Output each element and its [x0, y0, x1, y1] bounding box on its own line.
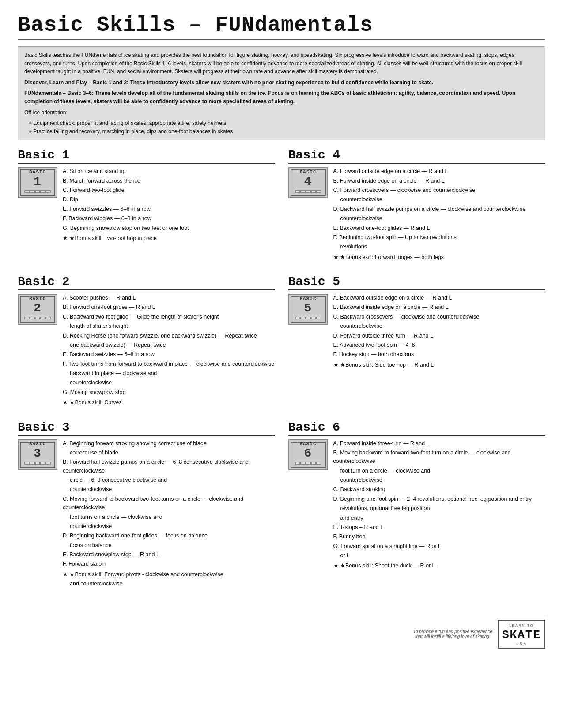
skill-item: revolutions — [333, 243, 546, 251]
skill-item: C. Moving forward to backward two-foot t… — [63, 495, 275, 512]
skills-grid: Basic 1 BASIC 1 A. Sit on ic — [18, 148, 545, 601]
skill-item: F. Forward slalom — [63, 560, 275, 568]
basic2-title: Basic 2 — [18, 275, 275, 290]
skill-item: or L — [333, 552, 546, 560]
basic5-skills: A. Backward outside edge on a circle — R… — [333, 294, 546, 370]
svg-rect-14 — [30, 317, 34, 319]
svg-rect-35 — [317, 462, 321, 464]
basic6-skills: A. Forward inside three-turn — R and L B… — [333, 439, 546, 571]
basic1-skills: A. Sit on ice and stand up B. March forw… — [63, 167, 275, 244]
svg-rect-15 — [36, 317, 39, 319]
svg-rect-25 — [25, 462, 29, 464]
off-ice-bullet-1: Equipment check: proper fit and lacing o… — [29, 119, 539, 128]
svg-rect-4 — [41, 191, 45, 192]
footer: To provide a fun and positive experience… — [18, 615, 545, 649]
section-basic6: Basic 6 BASIC 6 A. Forward i — [288, 420, 546, 589]
basic5-content: BASIC 5 A. Backward outside edge on a ci… — [288, 294, 546, 370]
skill-item: counterclockwise — [63, 379, 275, 387]
section-basic3: Basic 3 BASIC 3 A. Beginning — [18, 420, 275, 589]
skill-item: length of skater's height — [63, 322, 275, 330]
off-ice-label: Off-ice orientation: — [24, 109, 539, 117]
section-basic5: Basic 5 BASIC 5 A. Backward — [288, 275, 546, 408]
skill-item: A. Sit on ice and stand up — [63, 167, 275, 176]
basic4-content: BASIC 4 A. Forward outside edge on a cir… — [288, 167, 546, 263]
skill-item: circle — 6–8 consecutive clockwise and — [63, 476, 275, 484]
svg-rect-28 — [41, 462, 45, 464]
skill-item: B. Moving backward to forward two-foot t… — [333, 449, 546, 466]
skill-item: ★Bonus skill: Curves — [63, 398, 275, 407]
footer-tagline1: To provide a fun and positive experience — [413, 629, 492, 634]
skill-item: and entry — [333, 514, 546, 522]
skill-item: E. Backward swizzles — 6–8 in a row — [63, 350, 275, 359]
svg-rect-3 — [36, 191, 39, 192]
skill-item: D. Forward outside three-turn — R and L — [333, 332, 546, 340]
skill-item: D. Beginning one-foot spin — 2–4 revolut… — [333, 495, 546, 503]
svg-rect-8 — [301, 191, 305, 192]
svg-rect-13 — [25, 317, 29, 319]
svg-rect-9 — [306, 191, 310, 192]
svg-rect-22 — [312, 317, 315, 319]
skill-item: E. Backward snowplow stop — R and L — [63, 551, 275, 559]
svg-rect-10 — [312, 191, 315, 192]
skill-item: B. Forward inside edge on a circle — R a… — [333, 177, 546, 185]
svg-rect-5 — [46, 191, 50, 192]
skill-item: D. Dip — [63, 195, 275, 204]
footer-logo: LEARN TO SKATE USA — [498, 620, 545, 649]
intro-p3: FUNdamentals – Basic 3–6: These levels d… — [24, 89, 539, 105]
skill-item: C. Backward two-foot glide — Glide the l… — [63, 313, 275, 321]
basic2-content: BASIC 2 A. Scooter pushes — R and L B. F… — [18, 294, 275, 408]
basic5-title: Basic 5 — [288, 275, 546, 290]
logo-usa-text: USA — [515, 642, 528, 646]
svg-rect-27 — [36, 462, 39, 464]
svg-rect-16 — [41, 317, 45, 319]
skill-item: ★Bonus skill: Forward pivots - clockwise… — [63, 570, 275, 579]
skill-item: B. Forward one-foot glides — R and L — [63, 303, 275, 311]
basic6-badge: BASIC 6 — [288, 439, 328, 470]
skill-item: ★Bonus skill: Shoot the duck — R or L — [333, 562, 546, 570]
skill-item: ★Bonus skill: Side toe hop — R and L — [333, 361, 546, 369]
intro-p2: Discover, Learn and Play – Basic 1 and 2… — [24, 79, 539, 87]
svg-rect-23 — [317, 317, 321, 319]
skill-item: one backward swizzle) — Repeat twice — [63, 341, 275, 349]
skill-item: E. Forward swizzles — 6–8 in a row — [63, 205, 275, 214]
skill-item: counterclockwise — [333, 214, 546, 223]
svg-rect-31 — [296, 462, 299, 464]
skill-item: D. Beginning backward one-foot glides — … — [63, 532, 275, 540]
intro-box: Basic Skills teaches the FUNdamentals of… — [18, 46, 545, 140]
logo-skate-text: SKATE — [502, 629, 541, 641]
section-basic4: Basic 4 BASIC 4 A. Forward o — [288, 148, 546, 263]
skill-item: A. Scooter pushes — R and L — [63, 294, 275, 302]
skill-item: foot turns on a circle — clockwise and — [63, 513, 275, 522]
off-ice-bullet-2: Practice falling and recovery, marching … — [29, 128, 539, 136]
skill-item: G. Beginning snowplow stop on two feet o… — [63, 224, 275, 233]
svg-rect-29 — [46, 462, 50, 464]
section-basic2: Basic 2 BASIC 2 A. Scooter p — [18, 275, 275, 408]
skill-item: ★Bonus skill: Two-foot hop in place — [63, 234, 275, 243]
basic2-badge: BASIC 2 — [18, 294, 57, 325]
footer-tagline: To provide a fun and positive experience… — [413, 629, 492, 639]
basic5-badge: BASIC 5 — [288, 294, 328, 325]
skill-item: focus on balance — [63, 541, 275, 550]
section-basic1: Basic 1 BASIC 1 A. Sit on ic — [18, 148, 275, 263]
skill-item: G. Moving snowplow stop — [63, 388, 275, 397]
svg-rect-33 — [306, 462, 310, 464]
skill-item: B. Backward inside edge on a circle — R … — [333, 303, 546, 311]
basic2-skills: A. Scooter pushes — R and L B. Forward o… — [63, 294, 275, 408]
skill-item: ★Bonus skill: Forward lunges — both legs — [333, 253, 546, 262]
basic1-badge: BASIC 1 — [18, 167, 57, 198]
basic4-skills: A. Forward outside edge on a circle — R … — [333, 167, 546, 263]
svg-rect-26 — [30, 462, 34, 464]
skill-item: counterclockwise — [63, 522, 275, 531]
svg-rect-21 — [306, 317, 310, 319]
basic3-skills: A. Beginning forward stroking showing co… — [63, 439, 275, 589]
skill-item: F. Two-foot turns from forward to backwa… — [63, 360, 275, 368]
svg-rect-7 — [296, 191, 299, 192]
skill-item: F. Bunny hop — [333, 533, 546, 541]
skill-item: C. Forward two-foot glide — [63, 186, 275, 195]
basic1-title: Basic 1 — [18, 148, 275, 164]
basic3-badge: BASIC 3 — [18, 439, 57, 470]
svg-rect-1 — [25, 191, 29, 192]
skill-item: F. Beginning two-foot spin — Up to two r… — [333, 233, 546, 242]
skill-item: E. Advanced two-foot spin — 4–6 — [333, 341, 546, 349]
skill-item: F. Backward wiggles — 6–8 in a row — [63, 214, 275, 223]
